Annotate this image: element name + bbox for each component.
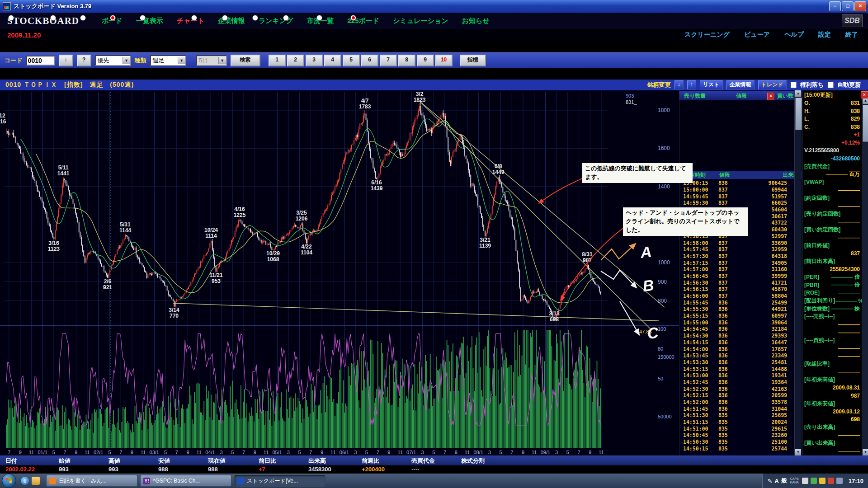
quote-row: [年初来高値]	[802, 376, 862, 384]
close-button[interactable]: ×	[854, 1, 866, 11]
tick-price: 837	[718, 193, 747, 200]
symbol-up-button[interactable]: ↑	[687, 80, 696, 89]
svg-text:5: 5	[231, 450, 234, 455]
help-button[interactable]: ?	[77, 55, 91, 66]
maximize-button[interactable]: □	[842, 1, 854, 11]
page-button-10[interactable]: 10	[435, 55, 453, 66]
svg-text:5: 5	[164, 450, 167, 455]
browser-icon[interactable]: e	[21, 477, 29, 485]
page-button-4[interactable]: 4	[324, 55, 341, 66]
svg-text:3/14770: 3/14770	[169, 307, 179, 319]
taskbar-window-button[interactable]: Y!^GSPC: Basic Ch...	[140, 475, 231, 487]
tick-row: 14:57:3083764318	[679, 253, 794, 260]
tick-price: 836	[718, 372, 747, 379]
tick-volume: 20024	[771, 419, 794, 425]
search-button[interactable]: 検索	[231, 55, 260, 66]
quote-row: [約定回数]	[802, 194, 862, 202]
taskbar-window-button[interactable]: ストックボード[Ve...	[234, 475, 326, 487]
tick-price: 836	[718, 386, 747, 392]
ex-rights-checkbox[interactable]	[790, 82, 797, 88]
tray-icon[interactable]	[828, 478, 834, 484]
scroll-down-icon[interactable]: ▼	[795, 449, 801, 455]
svg-text:5/311144: 5/311144	[119, 221, 131, 234]
panel-close-icon[interactable]: ×	[767, 93, 774, 100]
svg-text:1600: 1600	[658, 145, 670, 151]
utility-ヘルプ[interactable]: ヘルプ	[784, 31, 804, 39]
scroll-down-icon[interactable]: ▼	[863, 449, 868, 455]
quote-value: ――――	[838, 432, 860, 438]
ohlc-header-株式分割: 株式分割	[461, 457, 485, 465]
tray-icon[interactable]	[811, 478, 817, 484]
start-button[interactable]	[2, 474, 16, 488]
page-button-2[interactable]: 2	[287, 55, 304, 66]
quote-label: C.	[804, 124, 810, 130]
stock-chart[interactable]: 791101/15791102/15791103/15791104/135791…	[0, 90, 679, 455]
chart-area[interactable]: 791101/15791102/15791103/15791104/135791…	[0, 90, 679, 455]
menu-item-シミュレーション[interactable]: シミュレーション	[393, 17, 448, 25]
quote-panel-scrollbar[interactable]: ▲ ▼	[862, 90, 868, 455]
svg-text:900: 900	[658, 279, 667, 285]
svg-text:04/1: 04/1	[205, 450, 215, 455]
radio-dot	[316, 15, 322, 21]
page-button-6[interactable]: 6	[361, 55, 378, 66]
code-spin-button[interactable]: ↓	[59, 55, 73, 66]
scroll-thumb[interactable]	[863, 105, 868, 142]
tick-price: 836	[718, 379, 747, 385]
tick-row: 14:52:3083642163	[679, 385, 794, 392]
tick-row: 14:56:0083758804	[679, 293, 794, 300]
type-dropdown[interactable]: 週足 ▼	[150, 55, 186, 66]
tray-icon[interactable]	[836, 478, 843, 484]
quote-value: ―――― 株	[831, 305, 860, 313]
scroll-thumb[interactable]	[795, 98, 802, 130]
svg-text:B: B	[642, 277, 655, 295]
svg-text:8/121716: 8/121716	[0, 113, 6, 125]
period-dropdown[interactable]: 5日 ▼	[196, 55, 227, 66]
quote-value: 698	[851, 416, 860, 422]
quote-value: -432680500	[831, 155, 860, 162]
scroll-up-icon[interactable]: ▲	[795, 90, 801, 97]
indicator-button[interactable]: 指標	[460, 55, 486, 66]
ime-indicator[interactable]: ✎ A 般	[767, 477, 787, 485]
page-button-8[interactable]: 8	[398, 55, 415, 66]
svg-text:1800: 1800	[658, 107, 670, 113]
panel-close-icon[interactable]: ×	[861, 91, 868, 99]
tick-price: 836	[718, 313, 747, 319]
scroll-up-icon[interactable]: ▲	[863, 98, 868, 104]
tick-time: 14:57:30	[679, 253, 718, 259]
chevron-down-icon: ▼	[218, 57, 226, 64]
menu-item-お知らせ[interactable]: お知らせ	[462, 17, 490, 25]
tick-volume: 60430	[771, 226, 794, 233]
utility-スクリーニング[interactable]: スクリーニング	[684, 31, 730, 39]
tick-time: 14:55:15	[679, 313, 718, 319]
code-input[interactable]	[26, 56, 55, 66]
list-button[interactable]: リスト	[700, 80, 723, 89]
utility-終了[interactable]: 終了	[845, 31, 858, 39]
page-button-3[interactable]: 3	[306, 55, 323, 66]
auto-update-checkbox[interactable]	[827, 82, 834, 88]
utility-ビューア[interactable]: ビューア	[744, 31, 770, 39]
page-button-9[interactable]: 9	[417, 55, 434, 66]
taskbar-window-button[interactable]: 日記を書く - みん...	[46, 475, 137, 487]
trend-button[interactable]: トレンド	[758, 80, 787, 89]
quote-value: ――――	[838, 448, 860, 454]
tray-icon[interactable]	[819, 478, 826, 484]
menu-item-チャート[interactable]: チャート	[177, 17, 204, 25]
quote-row: +1	[802, 131, 862, 139]
tick-time: 14:59:30	[679, 200, 718, 206]
minimize-button[interactable]: –	[829, 1, 841, 11]
page-button-7[interactable]: 7	[380, 55, 397, 66]
ohlc-value: 988	[208, 466, 218, 473]
quote-value: +1	[854, 131, 860, 138]
tick-list-scrollbar[interactable]: ▲ ▼	[794, 90, 802, 455]
svg-text:9: 9	[131, 450, 133, 455]
corp-info-button[interactable]: 企業情報	[726, 80, 755, 89]
page-button-5[interactable]: 5	[343, 55, 360, 66]
taskbar-clock[interactable]: 17:10	[846, 478, 863, 484]
folder-icon[interactable]	[32, 477, 40, 485]
tray-icon[interactable]	[802, 478, 808, 484]
utility-設定[interactable]: 設定	[818, 31, 831, 39]
page-button-1[interactable]: 1	[269, 55, 286, 66]
svg-text:11/21953: 11/21953	[209, 272, 223, 284]
priority-dropdown[interactable]: 優先 ▼	[95, 55, 131, 66]
symbol-down-button[interactable]: ↓	[675, 80, 684, 89]
